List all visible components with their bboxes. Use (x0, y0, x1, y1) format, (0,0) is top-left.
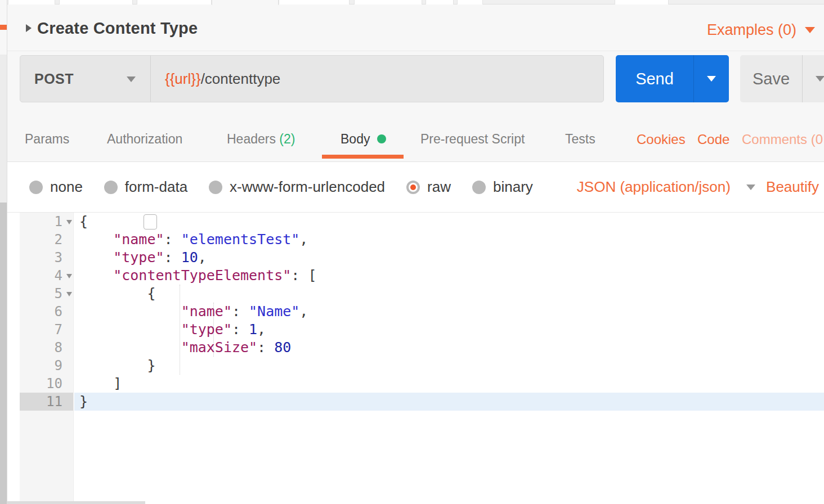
open-tab-edge[interactable] (615, 0, 669, 4)
radio-binary[interactable]: binary (472, 178, 533, 196)
editor-code-area[interactable]: { "name": "elementsTest", "type": 10, "c… (74, 213, 824, 504)
url-variable: {{url}} (165, 70, 201, 88)
line-number: 9 (20, 357, 73, 375)
request-title: Create Content Type (37, 19, 198, 38)
radio-x-www-form-urlencoded[interactable]: x-www-form-urlencoded (209, 178, 385, 196)
send-split-button: Send (616, 55, 729, 102)
request-title-row: Create Content Type Examples (0) (7, 4, 824, 51)
editor-horizontal-scrollbar[interactable] (7, 501, 145, 504)
open-tab-edge[interactable] (426, 0, 454, 4)
open-tab-edge[interactable] (457, 0, 483, 4)
collection-color-badge (0, 25, 7, 30)
url-input[interactable]: {{url}}/contenttype (151, 56, 603, 102)
tab-headers[interactable]: Headers (2) (227, 132, 295, 147)
examples-dropdown[interactable]: Examples (0) (707, 21, 815, 39)
radio-form-data[interactable]: form-data (104, 178, 187, 196)
send-button[interactable]: Send (616, 55, 694, 102)
link-cookies[interactable]: Cookies (637, 132, 686, 147)
chevron-down-icon (127, 76, 136, 82)
save-split-button: Save (740, 55, 824, 102)
line-number: 4 (20, 267, 73, 285)
url-path: /contenttype (201, 70, 281, 88)
code-line[interactable]: } (74, 393, 824, 411)
send-options-button[interactable] (694, 55, 729, 102)
radio-selected-icon (406, 181, 420, 194)
request-tabs-row: Params Authorization Headers (2) Body Pr… (7, 121, 824, 162)
link-code[interactable]: Code (697, 132, 729, 147)
code-line[interactable]: { (74, 213, 824, 231)
code-line[interactable]: "maxSize": 80 (74, 339, 824, 357)
radio-circle-icon (472, 181, 486, 194)
request-bar: POST {{url}}/contenttype Send Save (7, 51, 824, 121)
tab-tests[interactable]: Tests (565, 132, 595, 147)
fold-caret-icon[interactable] (66, 220, 72, 224)
postman-request-builder: Create Content Type Examples (0) POST {{… (0, 0, 824, 504)
open-tab-edge-active[interactable] (212, 0, 279, 5)
line-number: 10 (20, 375, 73, 393)
editor-gutter: 1234567891011 (20, 213, 74, 504)
chevron-down-icon (746, 184, 755, 190)
open-tabs-strip[interactable] (7, 0, 824, 4)
code-line[interactable]: } (74, 357, 824, 375)
line-number: 2 (20, 231, 73, 249)
radio-circle-icon (29, 181, 43, 194)
open-tab-edge[interactable] (137, 0, 212, 4)
open-tab-edge[interactable] (354, 0, 422, 4)
line-number: 5 (20, 285, 73, 303)
body-mode-row: none form-data x-www-form-urlencoded raw… (7, 162, 824, 212)
radio-circle-icon (209, 181, 222, 194)
chevron-down-icon (805, 27, 815, 33)
headers-count-badge: (2) (279, 132, 295, 146)
line-number: 11 (20, 393, 73, 411)
method-value: POST (34, 71, 74, 87)
examples-label[interactable]: Examples (0) (707, 21, 796, 39)
link-comments[interactable]: Comments (0 (742, 132, 823, 147)
code-line[interactable]: { (74, 285, 824, 303)
open-tab-edge[interactable] (279, 0, 350, 4)
sidebar-scrollbar-track (0, 55, 7, 202)
code-line[interactable]: "name": "elementsTest", (74, 231, 824, 249)
fold-caret-icon[interactable] (66, 274, 72, 278)
code-line[interactable]: "type": 1, (74, 321, 824, 339)
code-line[interactable]: "name": "Name", (74, 303, 824, 321)
chevron-down-icon (816, 76, 824, 82)
tab-body[interactable]: Body (341, 132, 386, 147)
code-line[interactable]: "type": 10, (74, 249, 824, 267)
collapse-caret-icon[interactable] (26, 24, 32, 32)
active-tab-underline (322, 155, 404, 159)
code-line[interactable]: ] (74, 375, 824, 393)
line-number: 3 (20, 249, 73, 267)
save-options-button[interactable] (803, 55, 824, 102)
open-tab-edge[interactable] (8, 0, 55, 4)
radio-circle-icon (104, 181, 118, 194)
sidebar-edge (0, 0, 7, 504)
content-type-value: JSON (application/json) (577, 178, 731, 196)
content-type-dropdown[interactable]: JSON (application/json) (577, 178, 755, 196)
radio-raw[interactable]: raw (406, 178, 451, 196)
code-line[interactable]: "contentTypeElements": [ (74, 267, 824, 285)
raw-body-editor[interactable]: 1234567891011 { "name": "elementsTest", … (7, 212, 824, 504)
line-number: 8 (20, 339, 73, 357)
line-number: 1 (20, 213, 73, 231)
radio-none[interactable]: none (29, 178, 83, 196)
sidebar-scrollbar-thumb[interactable] (0, 202, 7, 504)
body-filled-dot-icon (377, 134, 386, 143)
fold-caret-icon[interactable] (66, 292, 72, 296)
line-number: 7 (20, 321, 73, 339)
line-number: 6 (20, 303, 73, 321)
tab-pre-request-script[interactable]: Pre-request Script (420, 132, 525, 147)
save-button[interactable]: Save (740, 55, 803, 102)
tab-params[interactable]: Params (25, 132, 69, 147)
method-select[interactable]: POST (20, 56, 151, 102)
beautify-button[interactable]: Beautify (766, 178, 819, 196)
chevron-down-icon (707, 76, 716, 82)
open-tab-edge[interactable] (59, 0, 133, 4)
tab-authorization[interactable]: Authorization (107, 132, 182, 147)
method-url-box: POST {{url}}/contenttype (20, 55, 604, 102)
